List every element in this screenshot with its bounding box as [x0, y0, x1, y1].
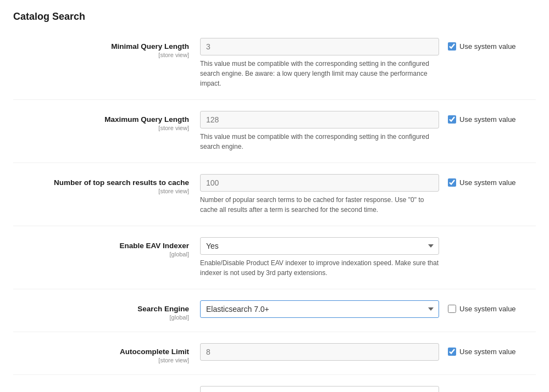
form-row-enable-eav-indexer: Enable EAV Indexer[global]YesNoEnable/Di…: [13, 237, 536, 289]
field-hint-top-search-results-cache: Number of popular search terms to be cac…: [200, 195, 439, 215]
field-scope-autocomplete-limit: [store view]: [13, 357, 189, 363]
control-cell-minimal-query-length: Use system value: [448, 38, 536, 51]
use-system-value-text-minimal-query-length: Use system value: [459, 42, 516, 51]
use-system-value-checkbox-top-search-results-cache[interactable]: [448, 178, 456, 187]
control-cell-autocomplete-limit: Use system value: [448, 343, 536, 356]
use-system-value-label-maximum-query-length[interactable]: Use system value: [448, 115, 516, 124]
field-scope-search-engine: [global]: [13, 314, 189, 321]
field-label-maximum-query-length: Maximum Query Length: [13, 115, 189, 124]
field-scope-minimal-query-length: [store view]: [13, 52, 189, 58]
use-system-value-label-minimal-query-length[interactable]: Use system value: [448, 42, 516, 51]
select-wrapper-enable-search-recommendations: YesNo: [200, 386, 439, 392]
label-cell-top-search-results-cache: Number of top search results to cache[st…: [13, 174, 200, 194]
input-cell-enable-eav-indexer: YesNoEnable/Disable Product EAV indexer …: [200, 237, 448, 278]
form-row-enable-search-recommendations: Enable Search Recommendations[store view…: [13, 386, 536, 392]
select-wrapper-search-engine: Elasticsearch 7.0+Elasticsearch 6.xMySQL: [200, 300, 439, 318]
field-hint-minimal-query-length: This value must be compatible with the c…: [200, 59, 439, 88]
use-system-value-label-top-search-results-cache[interactable]: Use system value: [448, 178, 516, 187]
control-cell-search-engine: Use system value: [448, 300, 536, 313]
label-cell-enable-eav-indexer: Enable EAV Indexer[global]: [13, 237, 200, 257]
input-cell-search-engine: Elasticsearch 7.0+Elasticsearch 6.xMySQL: [200, 300, 448, 318]
use-system-value-checkbox-minimal-query-length[interactable]: [448, 42, 456, 51]
field-scope-maximum-query-length: [store view]: [13, 125, 189, 131]
use-system-value-label-autocomplete-limit[interactable]: Use system value: [448, 348, 516, 356]
form-row-autocomplete-limit: Autocomplete Limit[store view]Use system…: [13, 343, 536, 375]
use-system-value-checkbox-search-engine[interactable]: [448, 305, 456, 313]
input-maximum-query-length[interactable]: [200, 111, 439, 128]
input-cell-maximum-query-length: This value must be compatible with the c…: [200, 111, 448, 152]
input-cell-enable-search-recommendations: YesNoWhen you enable this option your si…: [200, 386, 448, 392]
input-cell-top-search-results-cache: Number of popular search terms to be cac…: [200, 174, 448, 215]
field-label-autocomplete-limit: Autocomplete Limit: [13, 348, 189, 356]
select-enable-eav-indexer[interactable]: YesNo: [200, 237, 439, 255]
page-title: Catalog Search: [13, 11, 536, 23]
field-hint-maximum-query-length: This value must be compatible with the c…: [200, 132, 439, 152]
select-enable-search-recommendations[interactable]: YesNo: [200, 386, 439, 392]
form-row-maximum-query-length: Maximum Query Length[store view]This val…: [13, 111, 536, 163]
select-search-engine[interactable]: Elasticsearch 7.0+Elasticsearch 6.xMySQL: [200, 300, 439, 318]
label-cell-enable-search-recommendations: Enable Search Recommendations[store view…: [13, 386, 200, 392]
input-top-search-results-cache[interactable]: [200, 174, 439, 192]
use-system-value-checkbox-autocomplete-limit[interactable]: [448, 348, 456, 356]
form-row-top-search-results-cache: Number of top search results to cache[st…: [13, 174, 536, 226]
field-label-minimal-query-length: Minimal Query Length: [13, 42, 189, 51]
use-system-value-text-top-search-results-cache: Use system value: [459, 178, 516, 187]
label-cell-autocomplete-limit: Autocomplete Limit[store view]: [13, 343, 200, 363]
form-row-minimal-query-length: Minimal Query Length[store view]This val…: [13, 38, 536, 100]
input-cell-autocomplete-limit: [200, 343, 448, 361]
control-cell-top-search-results-cache: Use system value: [448, 174, 536, 187]
field-label-enable-eav-indexer: Enable EAV Indexer: [13, 242, 189, 250]
field-scope-enable-eav-indexer: [global]: [13, 251, 189, 257]
label-cell-maximum-query-length: Maximum Query Length[store view]: [13, 111, 200, 131]
input-minimal-query-length[interactable]: [200, 38, 439, 55]
input-cell-minimal-query-length: This value must be compatible with the c…: [200, 38, 448, 88]
control-cell-enable-search-recommendations: [448, 386, 536, 390]
use-system-value-checkbox-maximum-query-length[interactable]: [448, 115, 456, 124]
field-hint-enable-eav-indexer: Enable/Disable Product EAV indexer to im…: [200, 258, 439, 278]
control-cell-maximum-query-length: Use system value: [448, 111, 536, 124]
control-cell-enable-eav-indexer: [448, 237, 536, 242]
select-wrapper-enable-eav-indexer: YesNo: [200, 237, 439, 255]
field-scope-top-search-results-cache: [store view]: [13, 188, 189, 194]
catalog-search-form: Minimal Query Length[store view]This val…: [13, 38, 536, 392]
field-label-search-engine: Search Engine: [13, 305, 189, 313]
use-system-value-label-search-engine[interactable]: Use system value: [448, 305, 516, 313]
field-label-top-search-results-cache: Number of top search results to cache: [13, 178, 189, 187]
use-system-value-text-search-engine: Use system value: [459, 305, 516, 313]
form-row-search-engine: Search Engine[global]Elasticsearch 7.0+E…: [13, 300, 536, 332]
use-system-value-text-autocomplete-limit: Use system value: [459, 348, 516, 356]
label-cell-search-engine: Search Engine[global]: [13, 300, 200, 321]
use-system-value-text-maximum-query-length: Use system value: [459, 115, 516, 124]
input-autocomplete-limit[interactable]: [200, 343, 439, 361]
label-cell-minimal-query-length: Minimal Query Length[store view]: [13, 38, 200, 58]
